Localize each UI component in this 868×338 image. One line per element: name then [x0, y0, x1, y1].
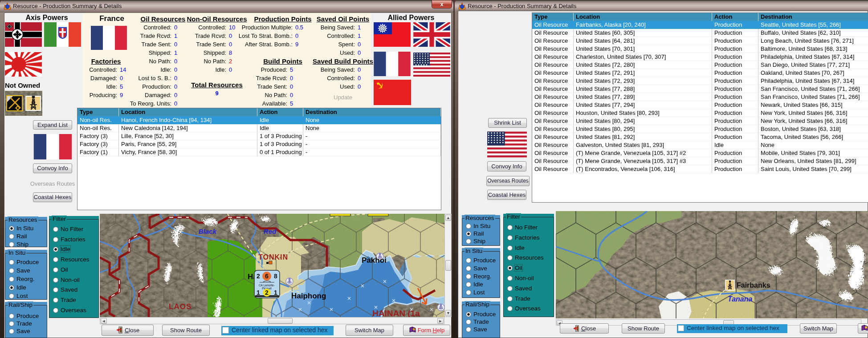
- svg-text:Haiphong: Haiphong: [291, 292, 326, 300]
- svg-text:8: 8: [274, 273, 277, 280]
- svg-text:Black: Black: [199, 228, 217, 235]
- svg-text:6: 6: [265, 273, 269, 280]
- svg-text:2: 2: [265, 289, 269, 296]
- svg-text:TONKIN: TONKIN: [258, 253, 288, 261]
- svg-text:1: 1: [274, 289, 277, 296]
- svg-text:Red: Red: [264, 228, 277, 235]
- svg-text:CA Lamotte-: CA Lamotte-: [259, 284, 275, 287]
- svg-text:Tanana: Tanana: [728, 295, 753, 303]
- svg-text:Pakhoi: Pakhoi: [362, 256, 387, 265]
- svg-text:Fairbanks: Fairbanks: [737, 281, 770, 289]
- svg-text:LAOS: LAOS: [169, 302, 192, 311]
- svg-text:HAINAN (1a: HAINAN (1a: [372, 309, 420, 317]
- svg-text:2: 2: [257, 273, 260, 280]
- svg-text:1: 1: [257, 289, 260, 296]
- svg-text:?: ?: [413, 328, 415, 330]
